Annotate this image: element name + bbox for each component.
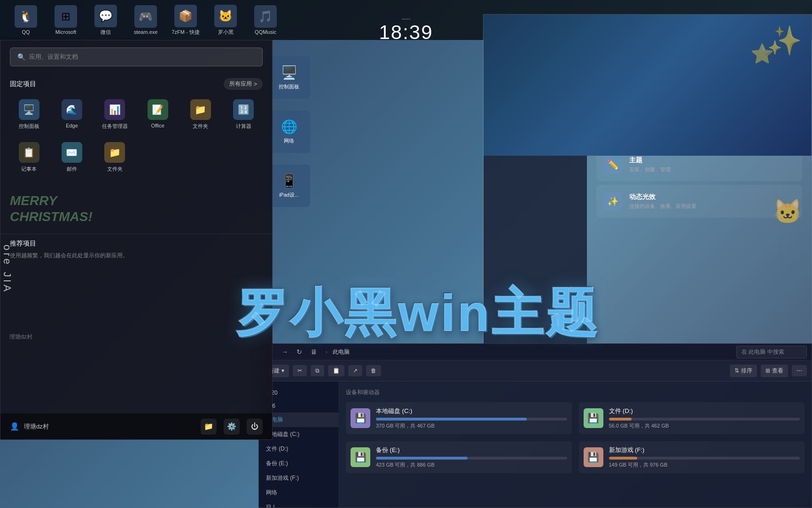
ctrl-label-ipad-desktop: iPad设...	[279, 191, 299, 198]
settings-item-desc-theme: 安装、创建、管理	[629, 166, 671, 173]
start-folder-button[interactable]: 📁	[201, 419, 217, 435]
sort-button[interactable]: ⇅ 排序	[730, 365, 757, 377]
settings-items-list: 🖼️ 背景 背景图像、颜色、幻灯片 🎨 颜色 主题色、透明效果、颜色主题 ✏️ …	[596, 75, 802, 218]
pinned-label-folder2: 文件夹	[107, 166, 123, 173]
settings-item-title-theme: 主题	[629, 156, 671, 165]
power-button[interactable]: ⏻	[247, 419, 263, 435]
view-button[interactable]: ⊞ 查看	[761, 365, 788, 377]
clock-time: 18:39	[379, 21, 433, 44]
ctrl-item-control-panel-desktop[interactable]: 🖥️ 控制面板	[268, 56, 310, 99]
settings-text-theme: 主题 安装、创建、管理	[629, 156, 671, 173]
settings-item-background[interactable]: 🖼️ 背景 背景图像、颜色、幻灯片	[596, 75, 802, 108]
drive-item-c[interactable]: 💾 本地磁盘 (C:) 370 GB 可用，共 467 GB	[346, 402, 572, 434]
pinned-item-mail[interactable]: ✉️ 邮件	[53, 138, 91, 176]
ctrl-item-network-desktop[interactable]: 🌐 网络	[268, 111, 310, 153]
pinned-item-folder[interactable]: 📁 文件夹	[181, 95, 219, 134]
drives-grid: 💾 本地磁盘 (C:) 370 GB 可用，共 467 GB 💾 文件 (D:)…	[346, 402, 804, 473]
settings-main: 个性化 🖼️ 背景 背景图像、颜色、幻灯片 🎨 颜色 主题色、透明效果、颜色主题…	[587, 38, 812, 366]
settings-icon-dynamic-effects: ✨	[603, 192, 622, 211]
share-button[interactable]: ↗	[348, 365, 362, 376]
icon-label-qq: QQ	[22, 29, 30, 35]
pinned-item-office[interactable]: 📝 Office	[139, 95, 177, 134]
delete-button[interactable]: 🗑	[366, 365, 381, 376]
settings-icon-color: 🎨	[603, 119, 622, 137]
paste-button[interactable]: 📋	[328, 365, 344, 376]
file-path: 此电脑	[333, 348, 350, 356]
ctrl-item-ipad-desktop[interactable]: 📱 iPad设...	[268, 165, 310, 207]
pinned-item-task-manager[interactable]: 📊 任务管理器	[96, 95, 134, 134]
icon-label-microsoft: Microsoft	[55, 29, 77, 35]
settings-item-color[interactable]: 🎨 颜色 主题色、透明效果、颜色主题	[596, 111, 802, 144]
sidebar-item-e-drive[interactable]: 备份 (E:)	[259, 456, 338, 471]
settings-item-theme[interactable]: ✏️ 主题 安装、创建、管理	[596, 148, 802, 181]
user-area[interactable]: 👤 理塘dz村	[10, 422, 49, 431]
nav-forward-btn[interactable]: →	[279, 347, 291, 357]
sidebar-item-grid[interactable]: 目 |	[259, 500, 338, 508]
drive-icon-f: 💾	[584, 447, 603, 467]
drive-item-e[interactable]: 💾 备份 (E:) 423 GB 可用，共 886 GB	[346, 441, 572, 473]
drive-bar-c	[376, 418, 567, 421]
desktop-icons-area: 🖥️ 控制面板 🌐 网络 📱 iPad设...	[268, 56, 310, 207]
view-icon: ⊞	[765, 367, 770, 374]
icon-image-wechat: 💬	[94, 5, 117, 27]
christmas-text: MERRY CHRISTMAS!	[0, 188, 272, 229]
pinned-icon-edge: 🌊	[62, 99, 82, 120]
taskbar-icon-microsoft[interactable]: ⊞ Microsoft	[49, 5, 82, 35]
all-apps-button[interactable]: 所有应用 >	[224, 78, 263, 90]
pinned-icon-notepad: 📋	[19, 142, 39, 163]
christmas-line1: MERRY	[10, 193, 263, 209]
start-search-bar[interactable]: 🔍 应用、设置和文档	[10, 48, 263, 66]
drive-name-d: 文件 (D:)	[609, 407, 800, 415]
drive-info-d: 文件 (D:) 56.0 GB 可用，共 462 GB	[609, 407, 800, 429]
pinned-label-notepad: 记事本	[21, 166, 37, 173]
pinned-icon-office: 📝	[148, 99, 168, 120]
drive-size-f: 149 GB 可用，共 976 GB	[609, 461, 800, 468]
nav-desktop-btn[interactable]: 🖥	[308, 347, 320, 357]
settings-body: 个性化 🖼️ 背景 背景图像、颜色、幻灯片 🎨 颜色 主题色、透明效果、颜色主题…	[484, 38, 812, 366]
taskbar-icon-wechat[interactable]: 💬 微信	[89, 5, 122, 36]
taskbar-icon-7zfm[interactable]: 📦 7zFM - 快捷	[169, 5, 202, 36]
settings-item-dynamic-effects[interactable]: ✨ 动态光效 连接的设备、效果、应用设置	[596, 185, 802, 218]
settings-text-color: 颜色 主题色、透明效果、颜色主题	[629, 119, 696, 136]
file-nav-bar: ← → ↻ 🖥 › 此电脑 在 此电脑 中搜索	[259, 344, 812, 360]
drive-size-d: 56.0 GB 可用，共 462 GB	[609, 422, 800, 429]
pinned-item-control-panel[interactable]: 🖥️ 控制面板	[10, 95, 48, 134]
pinned-section: 固定项目 所有应用 > 🖥️ 控制面板 🌊 Edge 📊 任务管理器 📝 Off…	[0, 73, 272, 188]
ctrl-label-control-panel-desktop: 控制面板	[279, 83, 299, 90]
pinned-item-edge[interactable]: 🌊 Edge	[53, 95, 91, 134]
settings-menu-button[interactable]: ≡	[505, 21, 510, 31]
sidebar-item-f-drive[interactable]: 新加游戏 (F:)	[259, 471, 338, 485]
pinned-label-office: Office	[151, 123, 164, 128]
pinned-item-notepad[interactable]: 📋 记事本	[10, 138, 48, 176]
pinned-item-folder2[interactable]: 📁 文件夹	[96, 138, 134, 176]
bottom-icons: 📁 ⚙️ ⏻	[201, 419, 263, 435]
sort-icon: ⇅	[734, 367, 739, 374]
pinned-icon-control-panel: 🖥️	[19, 99, 39, 120]
more-icon: ⋯	[796, 367, 802, 374]
sidebar-item-network[interactable]: 网络	[259, 485, 338, 500]
pinned-label-folder: 文件夹	[193, 123, 208, 130]
drive-item-f[interactable]: 💾 新加游戏 (F:) 149 GB 可用，共 976 GB	[579, 441, 805, 473]
sidebar-item-d-drive[interactable]: 文件 (D:)	[259, 442, 338, 456]
taskbar-icon-qqmusic[interactable]: 🎵 QQMusic	[249, 5, 282, 35]
pinned-item-calculator[interactable]: 🔢 计算器	[225, 95, 263, 134]
all-apps-label: 所有应用	[229, 80, 252, 88]
taskbar-icon-luoxiaohei[interactable]: 🐱 罗小黑	[209, 5, 242, 36]
start-settings-button[interactable]: ⚙️	[224, 419, 240, 435]
nav-separator: ›	[325, 348, 328, 356]
icon-label-wechat: 微信	[101, 29, 111, 36]
more-options-button[interactable]: ⋯	[792, 365, 807, 376]
settings-item-title-background: 背景	[629, 83, 686, 91]
drive-item-d[interactable]: 💾 文件 (D:) 56.0 GB 可用，共 462 GB	[579, 402, 805, 434]
nav-refresh-btn[interactable]: ↻	[294, 347, 305, 357]
settings-back-button[interactable]: ←	[491, 21, 499, 31]
taskbar-icon-steam[interactable]: 🎮 steam.exe	[129, 5, 162, 35]
drive-icon-d: 💾	[584, 408, 603, 428]
cut-button[interactable]: ✂	[293, 365, 307, 376]
icon-image-steam: 🎮	[134, 5, 157, 28]
copy-button[interactable]: ⧉	[311, 365, 324, 376]
file-search-input[interactable]: 在 此电脑 中搜索	[736, 346, 807, 358]
pinned-icon-task-manager: 📊	[104, 99, 125, 120]
taskbar-icon-qq[interactable]: 🐧 QQ	[9, 5, 42, 35]
settings-item-desc-dynamic-effects: 连接的设备、效果、应用设置	[629, 203, 696, 210]
